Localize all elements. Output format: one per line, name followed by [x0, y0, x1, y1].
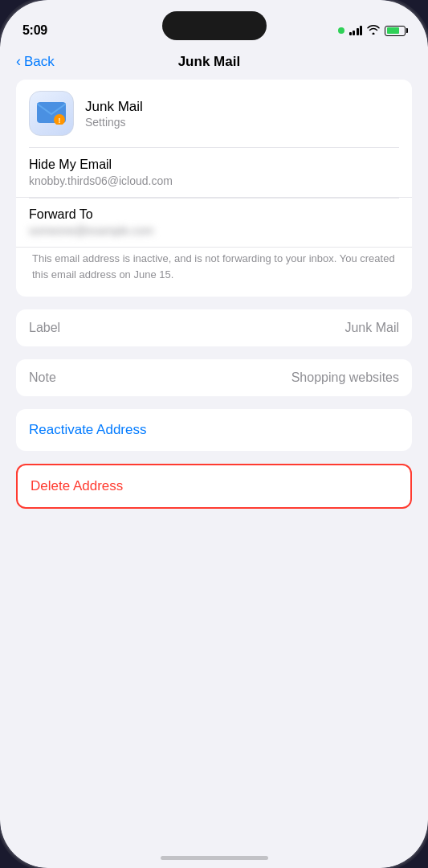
app-name: Junk Mail	[85, 99, 399, 115]
description-container: This email address is inactive, and is n…	[16, 248, 412, 297]
nav-bar: ‹ Back Junk Mail	[0, 47, 428, 80]
delete-button[interactable]: Delete Address	[18, 465, 410, 507]
note-row-value: Shopping websites	[291, 371, 399, 385]
phone-frame: 5:09	[0, 0, 428, 868]
mail-icon: !	[37, 102, 66, 125]
svg-text:!: !	[59, 117, 61, 125]
app-info: Junk Mail Settings	[85, 99, 399, 129]
delete-label: Delete Address	[31, 478, 123, 494]
back-label: Back	[24, 54, 55, 70]
back-chevron-icon: ‹	[16, 53, 21, 70]
forward-to-value: someone@example.com	[29, 224, 399, 237]
nav-title: Junk Mail	[178, 54, 240, 70]
home-indicator	[161, 856, 268, 860]
app-header-row: ! Junk Mail Settings	[16, 80, 412, 147]
note-card: Note Shopping websites	[16, 359, 412, 396]
battery-icon	[385, 26, 406, 36]
app-info-card: ! Junk Mail Settings Hide My Email knobb…	[16, 80, 412, 297]
status-icons	[338, 24, 406, 37]
reactivate-button[interactable]: Reactivate Address	[16, 409, 412, 451]
phone-screen: 5:09	[0, 0, 428, 868]
content-area: ! Junk Mail Settings Hide My Email knobb…	[0, 80, 428, 522]
dynamic-island	[162, 11, 267, 40]
back-button[interactable]: ‹ Back	[16, 53, 55, 70]
label-row: Label Junk Mail	[16, 309, 412, 346]
forward-to-label: Forward To	[29, 207, 399, 222]
hide-my-email-value: knobby.thirds06@icloud.com	[29, 174, 399, 187]
label-card: Label Junk Mail	[16, 309, 412, 346]
app-subtitle: Settings	[85, 116, 399, 129]
note-row-label: Note	[29, 371, 56, 385]
signal-bar-2	[353, 31, 355, 35]
battery-fill	[387, 27, 400, 34]
hide-my-email-row: Hide My Email knobby.thirds06@icloud.com	[16, 148, 412, 198]
reactivate-card[interactable]: Reactivate Address	[16, 409, 412, 451]
signal-icon	[349, 26, 363, 35]
description-text: This email address is inactive, and is n…	[29, 251, 399, 285]
forward-to-row: Forward To someone@example.com	[16, 198, 412, 248]
status-time: 5:09	[22, 23, 47, 38]
signal-bar-4	[360, 26, 362, 35]
signal-bar-3	[357, 28, 359, 35]
label-row-label: Label	[29, 321, 60, 335]
app-icon: !	[29, 91, 74, 136]
label-row-value: Junk Mail	[344, 321, 399, 335]
wifi-icon	[367, 24, 380, 37]
reactivate-label: Reactivate Address	[29, 422, 146, 438]
delete-card[interactable]: Delete Address	[16, 464, 412, 509]
note-row: Note Shopping websites	[16, 359, 412, 396]
hide-my-email-label: Hide My Email	[29, 158, 399, 172]
recording-indicator	[338, 27, 344, 34]
signal-bar-1	[349, 32, 352, 35]
